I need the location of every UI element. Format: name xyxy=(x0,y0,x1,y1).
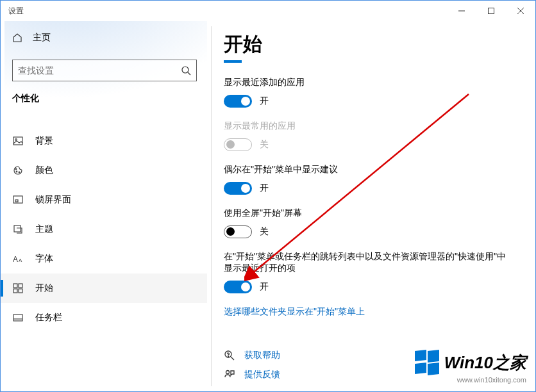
folders-link[interactable]: 选择哪些文件夹显示在"开始"菜单上 xyxy=(224,306,528,318)
start-icon xyxy=(12,282,24,294)
sidebar-item-fonts[interactable]: AA 字体 xyxy=(1,244,207,274)
toggle-state: 开 xyxy=(260,281,269,293)
sidebar-item-label: 字体 xyxy=(35,253,53,265)
svg-rect-13 xyxy=(14,225,21,232)
feedback-label: 提供反馈 xyxy=(244,369,280,380)
palette-icon xyxy=(12,165,24,176)
svg-point-10 xyxy=(19,172,20,173)
sidebar-item-colors[interactable]: 颜色 xyxy=(1,156,207,185)
search-box[interactable] xyxy=(12,60,197,81)
setting-recent-apps: 显示最近添加的应用 开 xyxy=(224,77,528,108)
sidebar-item-label: 颜色 xyxy=(35,165,53,176)
home-button[interactable]: 主页 xyxy=(1,25,207,51)
help-icon xyxy=(224,350,235,361)
setting-label: 在"开始"菜单或任务栏的跳转列表中以及文件资源管理器的"快速使用"中显示最近打开… xyxy=(224,251,506,274)
section-heading: 个性化 xyxy=(1,93,207,110)
svg-rect-19 xyxy=(19,289,22,293)
feedback-icon xyxy=(224,369,235,380)
sidebar-item-taskbar[interactable]: 任务栏 xyxy=(1,303,207,332)
sidebar-item-start[interactable]: 开始 xyxy=(1,274,207,303)
sidebar-item-label: 主题 xyxy=(35,224,53,235)
nav-list: 背景 颜色 锁屏界面 主题 AA 字体 开始 任务栏 xyxy=(1,126,207,332)
toggle-state: 开 xyxy=(260,95,269,107)
home-icon xyxy=(12,33,22,43)
search-input[interactable] xyxy=(18,65,181,76)
windows-logo-icon xyxy=(415,350,439,375)
toggle-most-used xyxy=(224,138,252,151)
toggle-state: 开 xyxy=(260,183,269,194)
toggle-state: 关 xyxy=(260,226,269,238)
minimize-button[interactable] xyxy=(447,1,476,21)
font-icon: AA xyxy=(12,253,24,265)
page-title: 开始 xyxy=(224,31,528,58)
svg-point-8 xyxy=(15,168,17,170)
toggle-fullscreen[interactable] xyxy=(224,225,252,238)
svg-rect-18 xyxy=(13,289,17,293)
search-icon xyxy=(181,65,191,76)
svg-rect-1 xyxy=(489,8,494,14)
svg-rect-20 xyxy=(13,314,22,321)
toggle-state: 关 xyxy=(260,139,269,151)
toggle-recent-apps[interactable] xyxy=(224,95,252,108)
svg-rect-6 xyxy=(13,137,22,145)
close-button[interactable] xyxy=(506,1,535,21)
divider xyxy=(211,26,212,386)
picture-icon xyxy=(12,135,24,147)
maximize-button[interactable] xyxy=(476,1,506,21)
setting-label: 显示最常用的应用 xyxy=(224,120,528,132)
svg-rect-17 xyxy=(19,284,22,288)
toggle-jumplist[interactable] xyxy=(224,281,252,293)
sidebar-item-lockscreen[interactable]: 锁屏界面 xyxy=(1,185,207,215)
svg-line-5 xyxy=(188,72,190,75)
toggle-suggestions[interactable] xyxy=(224,182,252,195)
sidebar-item-label: 锁屏界面 xyxy=(35,194,71,206)
sidebar-item-themes[interactable]: 主题 xyxy=(1,215,207,244)
sidebar-item-label: 开始 xyxy=(35,282,53,294)
sidebar: 主页 个性化 背景 颜色 锁屏界面 主题 AA 字体 xyxy=(1,21,207,392)
lockscreen-icon xyxy=(12,194,24,206)
svg-text:A: A xyxy=(13,255,18,263)
taskbar-icon xyxy=(12,312,24,323)
setting-most-used: 显示最常用的应用 关 xyxy=(224,120,528,151)
home-label: 主页 xyxy=(33,32,51,44)
title-underline xyxy=(224,60,242,63)
watermark: Win10之家 www.win10xitong.com xyxy=(415,350,526,384)
svg-point-7 xyxy=(15,139,17,141)
setting-jumplist: 在"开始"菜单或任务栏的跳转列表中以及文件资源管理器的"快速使用"中显示最近打开… xyxy=(224,251,528,293)
watermark-url: www.win10xitong.com xyxy=(415,376,526,384)
svg-rect-12 xyxy=(15,200,18,202)
svg-point-4 xyxy=(182,67,188,73)
setting-label: 偶尔在"开始"菜单中显示建议 xyxy=(224,164,528,176)
window-controls xyxy=(447,1,535,21)
sidebar-item-background[interactable]: 背景 xyxy=(1,126,207,156)
watermark-brand: Win10之家 xyxy=(444,352,526,374)
svg-point-9 xyxy=(16,171,17,172)
titlebar: 设置 xyxy=(1,1,535,21)
svg-text:A: A xyxy=(19,257,22,263)
svg-rect-16 xyxy=(13,284,17,288)
main-content: 开始 显示最近添加的应用 开 显示最常用的应用 关 偶尔在"开始"菜单中显示建议… xyxy=(224,31,528,386)
window-title: 设置 xyxy=(8,6,24,17)
theme-icon xyxy=(12,224,24,235)
setting-fullscreen: 使用全屏"开始"屏幕 关 xyxy=(224,208,528,238)
setting-label: 使用全屏"开始"屏幕 xyxy=(224,208,528,219)
svg-point-24 xyxy=(226,371,230,374)
sidebar-item-label: 背景 xyxy=(35,135,53,147)
help-label: 获取帮助 xyxy=(244,350,280,361)
setting-label: 显示最近添加的应用 xyxy=(224,77,528,88)
svg-point-23 xyxy=(228,357,229,357)
setting-suggestions: 偶尔在"开始"菜单中显示建议 开 xyxy=(224,164,528,195)
sidebar-item-label: 任务栏 xyxy=(35,312,62,323)
